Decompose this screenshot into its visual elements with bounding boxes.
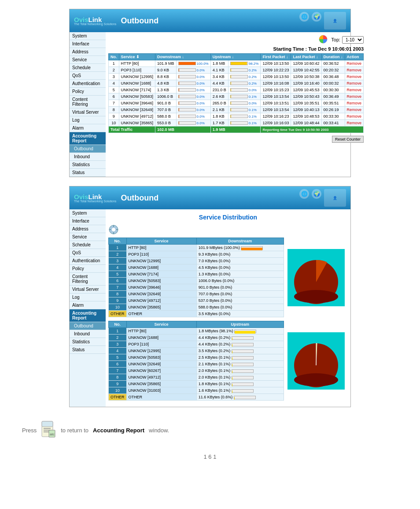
sd-us-value: 11.6 KBytes (0.6%) bbox=[196, 394, 284, 401]
sd-ds-no: 10 bbox=[109, 304, 127, 311]
sidebar-cf-2[interactable]: Content Filtering bbox=[70, 273, 106, 286]
sidebar-vs-2[interactable]: Virtual Server bbox=[70, 286, 106, 294]
remove-link[interactable]: Remove bbox=[347, 121, 362, 125]
remove-link[interactable]: Remove bbox=[347, 101, 362, 105]
sd-ds-value: 1006.0 Bytes (0.0%) bbox=[196, 278, 284, 284]
sidebar-schedule-1[interactable]: Schedule bbox=[70, 64, 106, 72]
th-downstream: Downstream ↓ bbox=[155, 54, 211, 60]
sd-us-no: 7 bbox=[109, 368, 127, 374]
sd-ds-no: 4 bbox=[109, 264, 127, 271]
sd-ds-row: OTHER OTHER 3.5 KBytes (0.0%) bbox=[109, 311, 284, 317]
table-row: 3 UNKNOW [12995] 8.8 KB 0.0% 3.4 KB 0.2%… bbox=[109, 74, 364, 80]
sidebar-service-2[interactable]: Service bbox=[70, 233, 106, 241]
sd-ds-value: 1.3 KBytes (0.0%) bbox=[196, 271, 284, 278]
th-action: Action bbox=[345, 54, 364, 60]
sidebar-policy-2[interactable]: Policy bbox=[70, 265, 106, 273]
sidebar-address-2[interactable]: Address bbox=[70, 225, 106, 233]
sidebar-stats-1[interactable]: Statistics bbox=[70, 161, 106, 169]
sidebar-system-1[interactable]: System bbox=[70, 32, 106, 40]
cell-no: 7 bbox=[109, 100, 119, 107]
cell-downstream: 8.8 KB bbox=[155, 74, 177, 80]
sd-us-service: OTHER bbox=[126, 394, 196, 401]
sidebar-interface-2[interactable]: Interface bbox=[70, 217, 106, 225]
sidebar-qos-2[interactable]: QoS bbox=[70, 249, 106, 257]
cell-action: Remove bbox=[345, 120, 364, 126]
cell-service: UNKNOW [39646] bbox=[119, 100, 155, 107]
sidebar-auth-1[interactable]: Authentication bbox=[70, 80, 106, 88]
sidebar-inbound-1[interactable]: Inbound bbox=[70, 153, 106, 161]
sd-ds-row: 8 UNKNOW [32649] 707.0 Bytes (0.0%) bbox=[109, 291, 284, 297]
sidebar-status-2[interactable]: Status bbox=[70, 346, 106, 354]
sidebar-address-1[interactable]: Address bbox=[70, 48, 106, 56]
cell-last: 12/09 10:50:43 bbox=[291, 93, 321, 100]
sd-ds-service: HTTP [80] bbox=[126, 245, 196, 251]
remove-link[interactable]: Remove bbox=[347, 94, 362, 99]
sd-us-no: 5 bbox=[109, 354, 127, 361]
main-content-1: Top: 1-10 1-20 Starting Time : Tue Dec 9… bbox=[106, 32, 366, 177]
sd-us-no: 4 bbox=[109, 348, 127, 354]
cell-duration: 00:33:41 bbox=[321, 120, 345, 126]
sidebar-accounting-1[interactable]: Accounting Report bbox=[70, 132, 106, 145]
doc-icon: atc bbox=[41, 420, 56, 440]
header-icons-1: 🌐 🌍 👤 bbox=[299, 12, 346, 30]
sidebar-policy-1[interactable]: Policy bbox=[70, 88, 106, 96]
top-select[interactable]: 1-10 1-20 bbox=[342, 36, 364, 44]
header-photo-1: 👤 bbox=[324, 12, 346, 30]
sidebar-alarm-2[interactable]: Alarm bbox=[70, 301, 106, 309]
remove-link[interactable]: Remove bbox=[347, 81, 362, 85]
sidebar-vs-1[interactable]: Virtual Server bbox=[70, 108, 106, 116]
sd-ds-value: 3.5 KBytes (0.0%) bbox=[196, 311, 284, 317]
sidebar-alarm-1[interactable]: Alarm bbox=[70, 124, 106, 132]
sd-us-service: UNKNOW [31003] bbox=[126, 387, 196, 394]
reset-counter-btn[interactable]: Reset Counter bbox=[332, 136, 364, 143]
sd-ds-service: UNKNOW [1688] bbox=[126, 264, 196, 271]
downstream-table: No. Service Downstream 1 HTTP [80] 101.9… bbox=[108, 238, 284, 317]
bottom-note: Press atc to return to Accounting Report… bbox=[9, 416, 411, 445]
sidebar-outbound-1[interactable]: Outbound bbox=[70, 145, 106, 153]
remove-link[interactable]: Remove bbox=[347, 68, 362, 72]
sidebar-service-1[interactable]: Service bbox=[70, 56, 106, 64]
sidebar-system-2[interactable]: System bbox=[70, 209, 106, 217]
cell-upstream: 2.6 KB bbox=[210, 93, 228, 100]
sd-th-service-us: Service bbox=[126, 321, 196, 328]
sidebar-schedule-2[interactable]: Schedule bbox=[70, 241, 106, 249]
remove-link[interactable]: Remove bbox=[347, 74, 362, 79]
cell-downstream: 9.0 KB bbox=[155, 67, 177, 74]
sd-ds-no: 7 bbox=[109, 284, 127, 291]
sd-us-service: UNKNOW [60267] bbox=[126, 368, 196, 374]
sd-us-value: 1.8 KBytes (0.1%) bbox=[196, 381, 284, 387]
sidebar-interface-1[interactable]: Interface bbox=[70, 40, 106, 48]
sd-ds-row: 4 UNKNOW [1688] 4.5 KBytes (0.0%) bbox=[109, 264, 284, 271]
sidebar-log-2[interactable]: Log bbox=[70, 294, 106, 301]
svg-point-2 bbox=[112, 228, 115, 231]
sidebar-cf-1[interactable]: Content Filtering bbox=[70, 96, 106, 108]
ovislink-logo-1: OvisLink The Total Networking Solutions bbox=[74, 16, 116, 26]
sidebar-inbound-2[interactable]: Inbound bbox=[70, 330, 106, 338]
remove-link[interactable]: Remove bbox=[347, 108, 362, 112]
remove-link[interactable]: Remove bbox=[347, 114, 362, 119]
cell-downstream: 1.3 KB bbox=[155, 87, 177, 93]
sd-ds-service: UNKNOW [49712] bbox=[126, 297, 196, 304]
sd-ds-value: 901.0 Bytes (0.0%) bbox=[196, 284, 284, 291]
sidebar-accounting-2[interactable]: Accounting Report bbox=[70, 309, 106, 322]
remove-link[interactable]: Remove bbox=[347, 88, 362, 92]
cell-us-bar: 0.2% bbox=[228, 74, 261, 80]
sd-ds-row: 5 UNKNOW [7174] 1.3 KBytes (0.0%) bbox=[109, 271, 284, 278]
sd-title: Service Distribution bbox=[108, 212, 348, 221]
svg-rect-14 bbox=[42, 421, 53, 427]
cell-ds-bar: 0.0% bbox=[176, 120, 210, 126]
globe-icon-4: 🌍 bbox=[312, 189, 321, 199]
sidebar-stats-2[interactable]: Statistics bbox=[70, 338, 106, 346]
sd-us-no: 10 bbox=[109, 387, 127, 394]
sidebar-status-1[interactable]: Status bbox=[70, 169, 106, 177]
sd-us-value: 4.4 KBytes (0.2%) bbox=[196, 341, 284, 348]
sidebar-outbound-2[interactable]: Outbound bbox=[70, 322, 106, 330]
sidebar-log-1[interactable]: Log bbox=[70, 116, 106, 124]
remove-link[interactable]: Remove bbox=[347, 61, 362, 66]
topbar-1: Top: 1-10 1-20 bbox=[108, 35, 364, 45]
sidebar-qos-1[interactable]: QoS bbox=[70, 72, 106, 80]
sd-us-no: OTHER bbox=[109, 394, 127, 401]
header-icons-2: 🌐 🌍 👤 bbox=[299, 189, 346, 207]
sd-us-row: 5 UNKNOW [50583] 2.5 KBytes (0.1%) bbox=[109, 354, 284, 361]
sidebar-auth-2[interactable]: Authentication bbox=[70, 257, 106, 265]
